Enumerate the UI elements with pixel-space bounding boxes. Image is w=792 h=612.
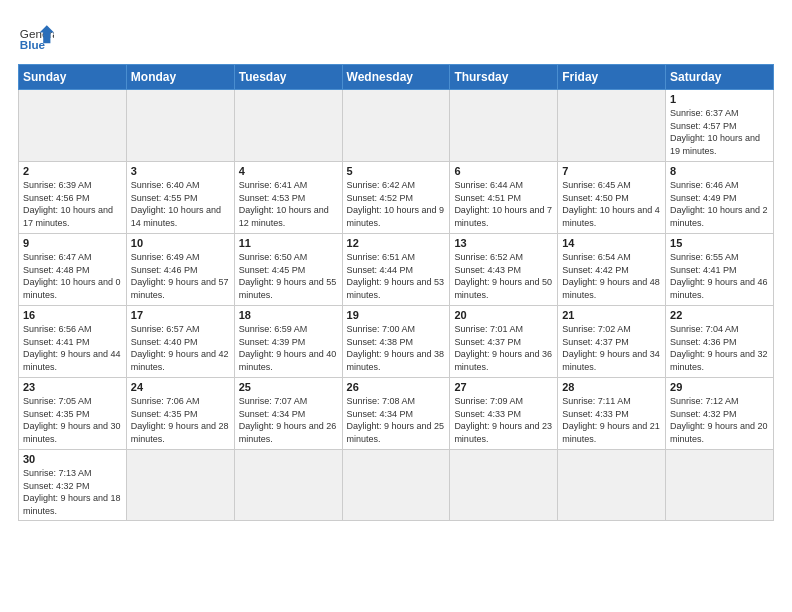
calendar-cell: 7Sunrise: 6:45 AM Sunset: 4:50 PM Daylig… bbox=[558, 162, 666, 234]
calendar-cell bbox=[342, 450, 450, 521]
day-number: 18 bbox=[239, 309, 338, 321]
calendar-cell: 15Sunrise: 6:55 AM Sunset: 4:41 PM Dayli… bbox=[666, 234, 774, 306]
calendar-cell: 29Sunrise: 7:12 AM Sunset: 4:32 PM Dayli… bbox=[666, 378, 774, 450]
day-info: Sunrise: 6:37 AM Sunset: 4:57 PM Dayligh… bbox=[670, 107, 769, 157]
calendar-cell: 24Sunrise: 7:06 AM Sunset: 4:35 PM Dayli… bbox=[126, 378, 234, 450]
day-number: 23 bbox=[23, 381, 122, 393]
calendar-cell: 18Sunrise: 6:59 AM Sunset: 4:39 PM Dayli… bbox=[234, 306, 342, 378]
day-number: 14 bbox=[562, 237, 661, 249]
day-number: 15 bbox=[670, 237, 769, 249]
calendar-cell: 19Sunrise: 7:00 AM Sunset: 4:38 PM Dayli… bbox=[342, 306, 450, 378]
day-info: Sunrise: 6:54 AM Sunset: 4:42 PM Dayligh… bbox=[562, 251, 661, 301]
weekday-header-thursday: Thursday bbox=[450, 65, 558, 90]
day-number: 10 bbox=[131, 237, 230, 249]
day-number: 3 bbox=[131, 165, 230, 177]
calendar-cell: 23Sunrise: 7:05 AM Sunset: 4:35 PM Dayli… bbox=[19, 378, 127, 450]
day-info: Sunrise: 7:09 AM Sunset: 4:33 PM Dayligh… bbox=[454, 395, 553, 445]
calendar-cell: 26Sunrise: 7:08 AM Sunset: 4:34 PM Dayli… bbox=[342, 378, 450, 450]
day-number: 19 bbox=[347, 309, 446, 321]
day-number: 11 bbox=[239, 237, 338, 249]
day-info: Sunrise: 7:11 AM Sunset: 4:33 PM Dayligh… bbox=[562, 395, 661, 445]
calendar-cell: 4Sunrise: 6:41 AM Sunset: 4:53 PM Daylig… bbox=[234, 162, 342, 234]
week-row-3: 16Sunrise: 6:56 AM Sunset: 4:41 PM Dayli… bbox=[19, 306, 774, 378]
day-info: Sunrise: 6:47 AM Sunset: 4:48 PM Dayligh… bbox=[23, 251, 122, 301]
day-info: Sunrise: 6:57 AM Sunset: 4:40 PM Dayligh… bbox=[131, 323, 230, 373]
logo-icon: General Blue bbox=[18, 18, 54, 54]
weekday-header-wednesday: Wednesday bbox=[342, 65, 450, 90]
day-number: 9 bbox=[23, 237, 122, 249]
calendar-cell: 8Sunrise: 6:46 AM Sunset: 4:49 PM Daylig… bbox=[666, 162, 774, 234]
calendar-cell: 25Sunrise: 7:07 AM Sunset: 4:34 PM Dayli… bbox=[234, 378, 342, 450]
day-info: Sunrise: 6:42 AM Sunset: 4:52 PM Dayligh… bbox=[347, 179, 446, 229]
day-info: Sunrise: 7:04 AM Sunset: 4:36 PM Dayligh… bbox=[670, 323, 769, 373]
weekday-header-row: SundayMondayTuesdayWednesdayThursdayFrid… bbox=[19, 65, 774, 90]
day-number: 12 bbox=[347, 237, 446, 249]
day-info: Sunrise: 6:40 AM Sunset: 4:55 PM Dayligh… bbox=[131, 179, 230, 229]
calendar-cell bbox=[666, 450, 774, 521]
calendar: SundayMondayTuesdayWednesdayThursdayFrid… bbox=[18, 64, 774, 521]
day-number: 24 bbox=[131, 381, 230, 393]
weekday-header-tuesday: Tuesday bbox=[234, 65, 342, 90]
page: General Blue SundayMondayTuesdayWednesda… bbox=[0, 0, 792, 612]
day-info: Sunrise: 7:05 AM Sunset: 4:35 PM Dayligh… bbox=[23, 395, 122, 445]
day-number: 13 bbox=[454, 237, 553, 249]
calendar-cell: 6Sunrise: 6:44 AM Sunset: 4:51 PM Daylig… bbox=[450, 162, 558, 234]
day-info: Sunrise: 7:13 AM Sunset: 4:32 PM Dayligh… bbox=[23, 467, 122, 517]
calendar-cell: 9Sunrise: 6:47 AM Sunset: 4:48 PM Daylig… bbox=[19, 234, 127, 306]
calendar-cell: 2Sunrise: 6:39 AM Sunset: 4:56 PM Daylig… bbox=[19, 162, 127, 234]
calendar-cell bbox=[126, 90, 234, 162]
day-info: Sunrise: 7:07 AM Sunset: 4:34 PM Dayligh… bbox=[239, 395, 338, 445]
weekday-header-sunday: Sunday bbox=[19, 65, 127, 90]
day-number: 28 bbox=[562, 381, 661, 393]
calendar-cell: 13Sunrise: 6:52 AM Sunset: 4:43 PM Dayli… bbox=[450, 234, 558, 306]
calendar-cell bbox=[234, 450, 342, 521]
calendar-cell bbox=[558, 90, 666, 162]
day-info: Sunrise: 7:02 AM Sunset: 4:37 PM Dayligh… bbox=[562, 323, 661, 373]
calendar-cell bbox=[450, 90, 558, 162]
week-row-2: 9Sunrise: 6:47 AM Sunset: 4:48 PM Daylig… bbox=[19, 234, 774, 306]
day-number: 5 bbox=[347, 165, 446, 177]
calendar-cell: 21Sunrise: 7:02 AM Sunset: 4:37 PM Dayli… bbox=[558, 306, 666, 378]
day-info: Sunrise: 6:50 AM Sunset: 4:45 PM Dayligh… bbox=[239, 251, 338, 301]
calendar-cell: 16Sunrise: 6:56 AM Sunset: 4:41 PM Dayli… bbox=[19, 306, 127, 378]
day-number: 27 bbox=[454, 381, 553, 393]
day-number: 29 bbox=[670, 381, 769, 393]
day-info: Sunrise: 6:56 AM Sunset: 4:41 PM Dayligh… bbox=[23, 323, 122, 373]
day-info: Sunrise: 6:52 AM Sunset: 4:43 PM Dayligh… bbox=[454, 251, 553, 301]
day-number: 2 bbox=[23, 165, 122, 177]
header: General Blue bbox=[18, 18, 774, 54]
day-info: Sunrise: 7:08 AM Sunset: 4:34 PM Dayligh… bbox=[347, 395, 446, 445]
day-number: 6 bbox=[454, 165, 553, 177]
day-info: Sunrise: 6:45 AM Sunset: 4:50 PM Dayligh… bbox=[562, 179, 661, 229]
calendar-cell: 10Sunrise: 6:49 AM Sunset: 4:46 PM Dayli… bbox=[126, 234, 234, 306]
calendar-cell: 12Sunrise: 6:51 AM Sunset: 4:44 PM Dayli… bbox=[342, 234, 450, 306]
week-row-5: 30Sunrise: 7:13 AM Sunset: 4:32 PM Dayli… bbox=[19, 450, 774, 521]
day-info: Sunrise: 6:59 AM Sunset: 4:39 PM Dayligh… bbox=[239, 323, 338, 373]
weekday-header-monday: Monday bbox=[126, 65, 234, 90]
day-info: Sunrise: 6:55 AM Sunset: 4:41 PM Dayligh… bbox=[670, 251, 769, 301]
day-number: 21 bbox=[562, 309, 661, 321]
weekday-header-saturday: Saturday bbox=[666, 65, 774, 90]
calendar-cell bbox=[342, 90, 450, 162]
day-number: 20 bbox=[454, 309, 553, 321]
calendar-cell: 14Sunrise: 6:54 AM Sunset: 4:42 PM Dayli… bbox=[558, 234, 666, 306]
calendar-cell: 30Sunrise: 7:13 AM Sunset: 4:32 PM Dayli… bbox=[19, 450, 127, 521]
calendar-cell: 11Sunrise: 6:50 AM Sunset: 4:45 PM Dayli… bbox=[234, 234, 342, 306]
day-info: Sunrise: 6:41 AM Sunset: 4:53 PM Dayligh… bbox=[239, 179, 338, 229]
calendar-cell: 27Sunrise: 7:09 AM Sunset: 4:33 PM Dayli… bbox=[450, 378, 558, 450]
day-info: Sunrise: 6:51 AM Sunset: 4:44 PM Dayligh… bbox=[347, 251, 446, 301]
calendar-cell: 22Sunrise: 7:04 AM Sunset: 4:36 PM Dayli… bbox=[666, 306, 774, 378]
calendar-cell: 28Sunrise: 7:11 AM Sunset: 4:33 PM Dayli… bbox=[558, 378, 666, 450]
calendar-cell: 20Sunrise: 7:01 AM Sunset: 4:37 PM Dayli… bbox=[450, 306, 558, 378]
day-info: Sunrise: 7:00 AM Sunset: 4:38 PM Dayligh… bbox=[347, 323, 446, 373]
calendar-cell: 5Sunrise: 6:42 AM Sunset: 4:52 PM Daylig… bbox=[342, 162, 450, 234]
day-number: 22 bbox=[670, 309, 769, 321]
day-number: 17 bbox=[131, 309, 230, 321]
calendar-cell bbox=[126, 450, 234, 521]
logo: General Blue bbox=[18, 18, 54, 54]
week-row-0: 1Sunrise: 6:37 AM Sunset: 4:57 PM Daylig… bbox=[19, 90, 774, 162]
day-info: Sunrise: 6:49 AM Sunset: 4:46 PM Dayligh… bbox=[131, 251, 230, 301]
day-info: Sunrise: 6:46 AM Sunset: 4:49 PM Dayligh… bbox=[670, 179, 769, 229]
calendar-cell: 3Sunrise: 6:40 AM Sunset: 4:55 PM Daylig… bbox=[126, 162, 234, 234]
day-info: Sunrise: 7:12 AM Sunset: 4:32 PM Dayligh… bbox=[670, 395, 769, 445]
